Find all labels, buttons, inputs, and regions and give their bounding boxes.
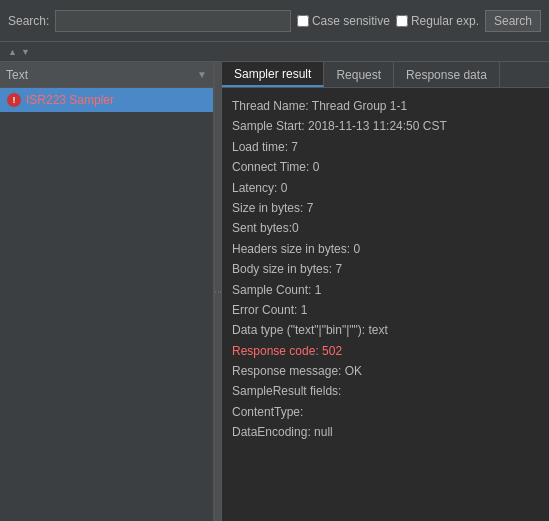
content-line: Body size in bytes: 7 — [232, 259, 539, 279]
right-panel: Sampler result Request Response data Thr… — [222, 62, 549, 521]
content-line: ContentType: — [232, 402, 539, 422]
tree-area: ! ISR223 Sampler — [0, 88, 213, 521]
regular-exp-option[interactable]: Regular exp. — [396, 14, 479, 28]
content-line: DataEncoding: null — [232, 422, 539, 442]
content-line: Data type ("text"|"bin"|""): text — [232, 320, 539, 340]
sort-up-icon[interactable]: ▲ — [8, 47, 17, 57]
content-line: SampleResult fields: — [232, 381, 539, 401]
content-line: Response code: 502 — [232, 341, 539, 361]
column-header: Text ▼ — [0, 62, 213, 88]
panel-divider[interactable]: ⋮ — [214, 62, 222, 521]
case-sensitive-label: Case sensitive — [312, 14, 390, 28]
error-icon: ! — [6, 92, 22, 108]
tree-item[interactable]: ! ISR223 Sampler — [0, 88, 213, 112]
content-line: Sent bytes:0 — [232, 218, 539, 238]
content-line: Load time: 7 — [232, 137, 539, 157]
search-button[interactable]: Search — [485, 10, 541, 32]
sort-row: ▲ ▼ — [0, 42, 549, 62]
column-sort-icon[interactable]: ▼ — [197, 69, 207, 80]
column-header-text: Text — [6, 68, 197, 82]
regular-exp-checkbox[interactable] — [396, 15, 408, 27]
search-input[interactable] — [55, 10, 291, 32]
tab-response-data[interactable]: Response data — [394, 62, 500, 87]
sort-down-icon[interactable]: ▼ — [21, 47, 30, 57]
regular-exp-label: Regular exp. — [411, 14, 479, 28]
search-label: Search: — [8, 14, 49, 28]
case-sensitive-option[interactable]: Case sensitive — [297, 14, 390, 28]
content-line: Sample Start: 2018-11-13 11:24:50 CST — [232, 116, 539, 136]
content-line: Latency: 0 — [232, 178, 539, 198]
tab-request[interactable]: Request — [324, 62, 394, 87]
main-area: Text ▼ ! ISR223 Sampler ⋮ Sampler result… — [0, 62, 549, 521]
content-line: Error Count: 1 — [232, 300, 539, 320]
left-panel: Text ▼ ! ISR223 Sampler — [0, 62, 214, 521]
content-line: Response message: OK — [232, 361, 539, 381]
tree-item-label: ISR223 Sampler — [26, 93, 114, 107]
sampler-result-content: Thread Name: Thread Group 1-1Sample Star… — [222, 88, 549, 521]
content-line: Thread Name: Thread Group 1-1 — [232, 96, 539, 116]
content-line: Headers size in bytes: 0 — [232, 239, 539, 259]
content-line: Size in bytes: 7 — [232, 198, 539, 218]
tabs-bar: Sampler result Request Response data — [222, 62, 549, 88]
case-sensitive-checkbox[interactable] — [297, 15, 309, 27]
content-line: Sample Count: 1 — [232, 280, 539, 300]
content-line: Connect Time: 0 — [232, 157, 539, 177]
tab-sampler-result[interactable]: Sampler result — [222, 62, 324, 87]
toolbar: Search: Case sensitive Regular exp. Sear… — [0, 0, 549, 42]
